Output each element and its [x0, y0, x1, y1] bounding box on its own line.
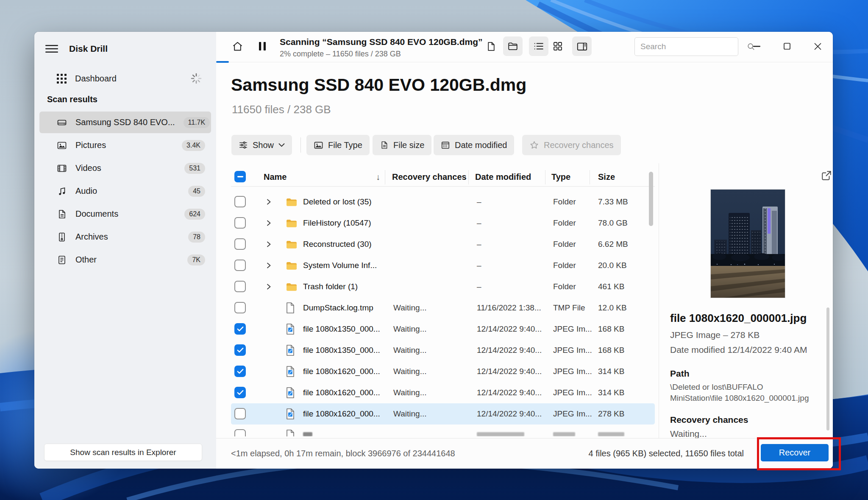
- row-checkbox[interactable]: [234, 366, 246, 377]
- row-checkbox[interactable]: [234, 217, 246, 229]
- row-checkbox[interactable]: [234, 260, 246, 271]
- row-checkbox[interactable]: [234, 281, 246, 292]
- table-row-partial[interactable]: [231, 425, 655, 436]
- cell-date: 12/14/2022 9:40...: [477, 324, 542, 334]
- dashboard-grid-icon: [57, 74, 67, 84]
- jpeg-icon: [285, 344, 295, 356]
- list-view-button[interactable]: [529, 36, 548, 56]
- sidebar-item[interactable]: Documents 624: [39, 203, 211, 225]
- row-checkbox[interactable]: [234, 238, 246, 250]
- panel-divider: [659, 163, 659, 438]
- cell-type: JPEG Im...: [553, 324, 592, 334]
- folder-view-button[interactable]: [503, 36, 523, 56]
- row-checkbox[interactable]: [234, 344, 246, 356]
- preview-meta: JPEG Image – 278 KB: [670, 330, 760, 340]
- select-all-checkbox[interactable]: [234, 171, 246, 182]
- chevron-right-icon[interactable]: [266, 198, 272, 205]
- annotation-highlight-rect: [757, 437, 841, 470]
- table-row[interactable]: file 1080x1620_000... Waiting... 12/14/2…: [231, 361, 655, 382]
- jpeg-icon: [285, 323, 295, 335]
- star-icon: [529, 140, 539, 150]
- grid-view-button[interactable]: [548, 36, 568, 56]
- scan-progress-status: <1m elapsed, 0h 17m remain, block 396697…: [231, 449, 455, 458]
- chevron-right-icon[interactable]: [266, 241, 272, 248]
- row-checkbox[interactable]: [234, 408, 246, 419]
- show-filter-button[interactable]: Show: [231, 135, 292, 155]
- disk-drill-window: Disk Drill Dashboard: [34, 32, 833, 469]
- table-header: Name ↓ Recovery chances Date modified Ty…: [231, 168, 655, 187]
- table-row[interactable]: Deleted or lost (35) – Folder 7.33 MB: [231, 191, 655, 212]
- sidebar-item[interactable]: Pictures 3.4K: [39, 134, 211, 156]
- preview-panel-button[interactable]: [572, 36, 592, 56]
- cell-name: file 1080x1620_000...: [303, 409, 380, 419]
- cell-name: System Volume Inf...: [303, 261, 377, 270]
- sidebar-item[interactable]: Archives 78: [39, 226, 211, 248]
- close-button[interactable]: [808, 38, 827, 55]
- row-checkbox[interactable]: [234, 302, 246, 313]
- table-row[interactable]: file 1080x1350_000... Waiting... 12/14/2…: [231, 340, 655, 361]
- sliders-icon: [239, 140, 248, 150]
- cell-type: Folder: [553, 240, 576, 249]
- chevron-right-icon[interactable]: [266, 283, 272, 290]
- search-input[interactable]: [635, 42, 747, 51]
- cell-recovery: Waiting...: [393, 388, 427, 397]
- sidebar-item[interactable]: Samsung SSD 840 EVO... 11.7K: [39, 112, 211, 133]
- row-checkbox[interactable]: [234, 196, 246, 207]
- row-checkbox[interactable]: [234, 429, 246, 436]
- cell-recovery: Waiting...: [393, 409, 427, 419]
- cell-date: –: [477, 282, 481, 291]
- column-header-size[interactable]: Size: [598, 172, 615, 182]
- home-button[interactable]: [228, 36, 247, 56]
- sidebar-item-label: Other: [75, 255, 97, 265]
- table-row[interactable]: file 1080x1620_000... Waiting... 12/14/2…: [231, 403, 655, 425]
- cell-recovery: Waiting...: [393, 324, 427, 334]
- sidebar-item-label: Archives: [75, 232, 108, 242]
- column-header-recovery[interactable]: Recovery chances: [392, 172, 467, 182]
- table-row[interactable]: Trash folder (1) – Folder 461 KB: [231, 276, 655, 297]
- open-external-icon[interactable]: [818, 169, 831, 182]
- file-size-filter-button[interactable]: File size: [373, 135, 431, 155]
- chevron-right-icon[interactable]: [266, 220, 272, 226]
- file-view-button[interactable]: [481, 36, 501, 56]
- sidebar-item[interactable]: Other 7K: [39, 249, 211, 271]
- cell-recovery: Waiting...: [393, 367, 427, 376]
- file-type-filter-button[interactable]: File Type: [306, 135, 370, 155]
- column-header-date[interactable]: Date modified: [475, 172, 531, 182]
- show-in-explorer-button[interactable]: Show scan results in Explorer: [44, 444, 202, 461]
- pause-scan-button[interactable]: [253, 36, 272, 56]
- cell-type: Folder: [553, 282, 576, 291]
- column-header-name[interactable]: Name: [264, 172, 287, 182]
- cell-name: DumpStack.log.tmp: [303, 303, 373, 313]
- folder-icon: [285, 260, 297, 271]
- table-row[interactable]: FileHistory (10547) – Folder 78.0 GB: [231, 212, 655, 234]
- cell-type: Folder: [553, 261, 576, 270]
- table-row[interactable]: Reconstructed (30) – Folder 6.62 MB: [231, 234, 655, 255]
- image-icon: [314, 140, 323, 150]
- item-count-badge: 624: [184, 209, 205, 220]
- table-row[interactable]: file 1080x1350_000... Waiting... 12/14/2…: [231, 318, 655, 340]
- table-row[interactable]: DumpStack.log.tmp Waiting... 11/16/2022 …: [231, 297, 655, 318]
- chevron-right-icon[interactable]: [266, 262, 272, 269]
- item-count-badge: 11.7K: [184, 117, 210, 128]
- cell-type: JPEG Im...: [553, 346, 592, 355]
- date-modified-filter-button[interactable]: Date modified: [434, 135, 514, 155]
- maximize-button[interactable]: [778, 38, 796, 55]
- folder-icon: [285, 281, 297, 293]
- cell-size: 314 KB: [598, 388, 624, 397]
- minimize-button[interactable]: [747, 38, 766, 55]
- sidebar-item[interactable]: Audio 45: [39, 180, 211, 202]
- item-count-badge: 7K: [187, 254, 205, 265]
- panel-scrollbar[interactable]: [826, 307, 829, 430]
- sidebar-item[interactable]: Videos 531: [39, 157, 211, 179]
- row-checkbox[interactable]: [234, 323, 246, 335]
- cell-name: Reconstructed (30): [303, 240, 372, 249]
- sidebar-item-dashboard[interactable]: Dashboard: [39, 68, 211, 89]
- sort-desc-icon[interactable]: ↓: [376, 172, 380, 182]
- row-checkbox[interactable]: [234, 387, 246, 398]
- hamburger-menu-icon[interactable]: [45, 44, 58, 54]
- cell-date: 11/16/2022 1:38...: [477, 303, 541, 313]
- table-row[interactable]: file 1080x1620_000... Waiting... 12/14/2…: [231, 382, 655, 403]
- column-header-type[interactable]: Type: [551, 172, 570, 182]
- table-row[interactable]: System Volume Inf... – Folder 20.0 KB: [231, 255, 655, 276]
- table-scrollbar[interactable]: [649, 172, 653, 226]
